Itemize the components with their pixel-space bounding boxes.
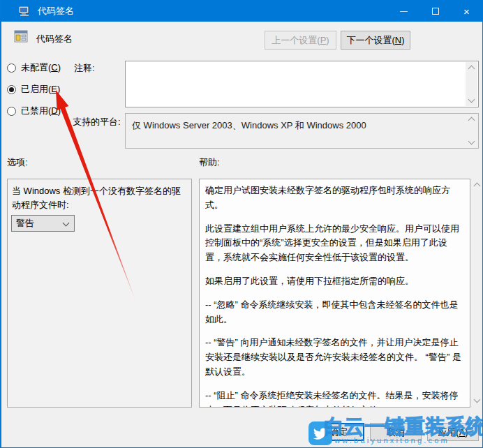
maximize-button[interactable] xyxy=(419,1,451,22)
close-button[interactable]: × xyxy=(451,1,482,22)
radio-not-configured[interactable]: 未配置(C) xyxy=(7,61,61,74)
policy-setting-icon xyxy=(14,29,28,43)
supported-platforms-text: 仅 Windows Server 2003、Windows XP 和 Windo… xyxy=(132,119,461,132)
help-paragraph: -- “忽略” 命令系统继续安装，即使其中包含未经签名的文件也是如此。 xyxy=(205,298,464,327)
previous-setting-button[interactable]: 上一个设置(P) xyxy=(265,31,336,50)
scroll-up-icon[interactable] xyxy=(468,66,475,73)
chevron-down-icon xyxy=(63,220,70,227)
title-bar: 代码签名 × xyxy=(1,1,482,22)
radio-label: 已启用(E) xyxy=(21,83,60,96)
unsigned-driver-response-dropdown[interactable]: 警告 xyxy=(11,215,75,232)
apply-button[interactable]: 应用(A) xyxy=(427,423,479,441)
options-panel: 当 Windows 检测到一个没有数字签名的驱动程序文件时: 警告 xyxy=(7,179,192,408)
dropdown-value: 警告 xyxy=(16,217,34,230)
page-title: 代码签名 xyxy=(36,33,73,45)
radio-enabled[interactable]: 已启用(E) xyxy=(7,83,60,96)
ok-button[interactable]: 确定 xyxy=(313,423,364,441)
scroll-up-icon[interactable] xyxy=(468,117,475,124)
options-label: 选项: xyxy=(7,156,28,169)
radio-circle-selected xyxy=(7,85,16,94)
comment-textarea[interactable] xyxy=(125,61,479,107)
radio-circle xyxy=(7,107,16,116)
radio-circle xyxy=(7,64,16,73)
radio-label: 已禁用(D) xyxy=(21,105,61,117)
code-signing-dialog: 代码签名 × 代码签名 上一个设置(P) 下一个设置(N) 未配置(C) 已启用… xyxy=(0,0,483,448)
platform-label: 支持的平台: xyxy=(73,116,121,128)
minimize-button[interactable] xyxy=(388,1,419,22)
minimize-icon xyxy=(400,11,408,12)
help-paragraph: 如果启用了此设置，请使用下拉框指定所需的响应。 xyxy=(205,274,464,289)
options-prompt: 当 Windows 检测到一个没有数字签名的驱动程序文件时: xyxy=(12,184,185,212)
help-paragraph: -- “警告” 向用户通知未经数字签名的文件，并让用户决定是停止安装还是继续安装… xyxy=(205,336,464,379)
help-paragraph: 确定用户试图安装未经数字签名的驱动程序包时系统的响应方式。 xyxy=(205,184,464,213)
platform-scrollbar[interactable] xyxy=(466,114,477,147)
radio-label: 未配置(C) xyxy=(21,61,61,74)
close-icon: × xyxy=(463,6,470,17)
maximize-icon xyxy=(432,8,439,15)
scroll-down-icon[interactable] xyxy=(468,138,475,145)
help-paragraph: -- “阻止” 命令系统拒绝安装未经签名的文件。结果是，安装将停止，而且将不安装… xyxy=(205,389,464,408)
help-scroll-down-icon[interactable] xyxy=(474,396,481,403)
window-title: 代码签名 xyxy=(38,5,74,17)
help-panel: 确定用户试图安装未经数字签名的驱动程序包时系统的响应方式。 此设置建立组中用户系… xyxy=(199,179,470,408)
help-label: 帮助: xyxy=(199,156,220,169)
comment-scrollbar[interactable] xyxy=(466,62,477,106)
scroll-down-icon[interactable] xyxy=(468,96,475,103)
help-scroll-up-icon[interactable] xyxy=(474,183,481,190)
cancel-button[interactable]: 取消 xyxy=(370,423,422,441)
radio-disabled[interactable]: 已禁用(D) xyxy=(7,105,61,117)
supported-platforms-box: 仅 Windows Server 2003、Windows XP 和 Windo… xyxy=(125,113,479,149)
next-setting-button[interactable]: 下一个设置(N) xyxy=(341,31,410,50)
help-paragraph: 此设置建立组中用户系统上允许的最少安全响应。用户可以使用控制面板中的“系统”选择… xyxy=(205,222,464,265)
help-text: 确定用户试图安装未经数字签名的驱动程序包时系统的响应方式。 此设置建立组中用户系… xyxy=(200,179,470,408)
comment-label: 注释: xyxy=(74,62,95,75)
computer-icon xyxy=(19,6,31,17)
